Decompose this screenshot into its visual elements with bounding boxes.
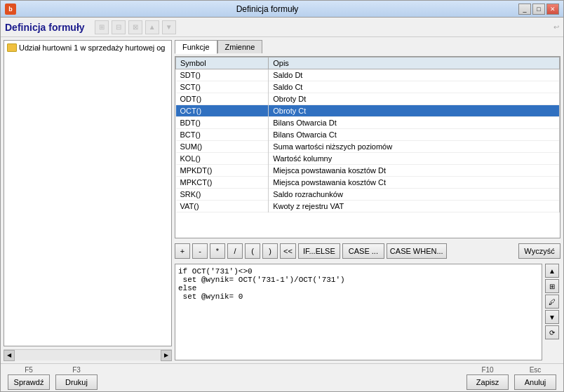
table-row[interactable]: ODT()Obroty Dt xyxy=(176,93,560,105)
formula-area: if OCT('731')<>0 set @wynik= OCT('731-1'… xyxy=(175,264,560,360)
scroll-track-left[interactable] xyxy=(15,350,161,360)
functions-table-container[interactable]: Symbol Opis SDT()Saldo DtSCT()Saldo CtOD… xyxy=(175,56,560,238)
cancel-button[interactable]: Anuluj xyxy=(514,374,556,390)
op-paren-close[interactable]: ) xyxy=(262,243,278,259)
right-panel: Funkcje Zmienne Symbol Opis SDT()Saldo D… xyxy=(175,40,560,360)
save-key: F10 xyxy=(481,366,493,374)
table-row[interactable]: BCT()Bilans Otwarcia Ct xyxy=(176,129,560,141)
cell-symbol: SRK() xyxy=(176,189,269,201)
check-button[interactable]: Sprawdź xyxy=(8,374,50,390)
main-window: b Definicja formuły _ □ ✕ Definicja form… xyxy=(0,0,564,392)
toolbar-hint: ↩ xyxy=(553,23,559,31)
cell-symbol: OCT() xyxy=(176,105,269,117)
cell-opis: Miejsca powstawania kosztów Ct xyxy=(269,177,560,189)
toolbar-btn-copy2[interactable]: ⊟ xyxy=(112,20,126,34)
op-multiply[interactable]: * xyxy=(210,243,225,259)
table-row[interactable]: KOL()Wartość kolumny xyxy=(176,153,560,165)
maximize-button[interactable]: □ xyxy=(532,4,545,15)
toolbar-title: Definicja formuły xyxy=(5,22,85,33)
table-row[interactable]: BDT()Bilans Otwarcia Dt xyxy=(176,117,560,129)
formula-side-paint[interactable]: 🖊 xyxy=(545,295,559,309)
cell-symbol: SDT() xyxy=(176,69,269,81)
cell-symbol: MPKDT() xyxy=(176,165,269,177)
col-header-opis: Opis xyxy=(269,58,560,69)
cell-opis: Bilans Otwarcia Dt xyxy=(269,117,560,129)
table-row[interactable]: MPKDT()Miejsca powstawania kosztów Dt xyxy=(176,165,560,177)
cell-opis: Miejsca powstawania kosztów Dt xyxy=(269,165,560,177)
cell-symbol: ODT() xyxy=(176,93,269,105)
cell-symbol: MPKCT() xyxy=(176,177,269,189)
tree-item[interactable]: Udział hurtowni 1 w sprzedaży hurtowej o… xyxy=(6,42,170,53)
toolbar-btn-filter[interactable]: ▼ xyxy=(162,20,176,34)
table-row[interactable]: SRK()Saldo rozrachunków xyxy=(176,189,560,201)
formula-side-up[interactable]: ▲ xyxy=(545,264,559,278)
cell-opis: Obroty Dt xyxy=(269,93,560,105)
horiz-scrollbar-left[interactable]: ◀ ▶ xyxy=(4,349,172,360)
minimize-button[interactable]: _ xyxy=(518,4,531,15)
op-if-else[interactable]: IF...ELSE xyxy=(298,243,340,259)
scroll-right-arrow[interactable]: ▶ xyxy=(161,350,172,361)
bottom-left: F5 Sprawdź F3 Drukuj xyxy=(8,366,98,390)
tab-functions[interactable]: Funkcje xyxy=(175,40,217,54)
col-header-symbol: Symbol xyxy=(176,58,269,69)
table-row[interactable]: MPKCT()Miejsca powstawania kosztów Ct xyxy=(176,177,560,189)
formula-side-refresh[interactable]: ⟳ xyxy=(545,325,559,339)
functions-table: Symbol Opis SDT()Saldo DtSCT()Saldo CtOD… xyxy=(175,57,560,212)
op-plus[interactable]: + xyxy=(175,243,190,259)
op-insert[interactable]: << xyxy=(280,243,296,259)
folder-icon xyxy=(7,43,17,52)
cell-opis: Obroty Ct xyxy=(269,105,560,117)
formula-side-down[interactable]: ▼ xyxy=(545,310,559,324)
check-key: F5 xyxy=(25,366,33,374)
cell-opis: Bilans Otwarcia Ct xyxy=(269,129,560,141)
op-case-when[interactable]: CASE WHEN... xyxy=(387,243,447,259)
cell-opis: Wartość kolumny xyxy=(269,153,560,165)
cell-opis: Saldo rozrachunków xyxy=(269,189,560,201)
print-button[interactable]: Drukuj xyxy=(55,374,98,390)
close-button[interactable]: ✕ xyxy=(546,4,559,15)
table-row[interactable]: VAT()Kwoty z rejestru VAT xyxy=(176,201,560,212)
toolbar-btn-copy3[interactable]: ⊠ xyxy=(128,20,142,34)
toolbar-btn-copy1[interactable]: ⊞ xyxy=(95,20,109,34)
op-case[interactable]: CASE ... xyxy=(342,243,384,259)
toolbar: Definicja formuły ⊞ ⊟ ⊠ ▲ ▼ ↩ xyxy=(1,18,563,37)
app-icon: b xyxy=(5,4,16,15)
cell-opis: Saldo Ct xyxy=(269,81,560,93)
formula-side-grid[interactable]: ⊞ xyxy=(545,279,559,293)
table-row[interactable]: SCT()Saldo Ct xyxy=(176,81,560,93)
main-content: Udział hurtowni 1 w sprzedaży hurtowej o… xyxy=(1,37,563,363)
scroll-left-arrow[interactable]: ◀ xyxy=(4,350,15,361)
table-row[interactable]: SUM()Suma wartości niższych poziomów xyxy=(176,141,560,153)
print-key: F3 xyxy=(72,366,81,374)
tab-variables[interactable]: Zmienne xyxy=(217,40,263,53)
formula-sidebar: ▲ ⊞ 🖊 ▼ ⟳ xyxy=(545,264,560,360)
check-btn-group: F5 Sprawdź xyxy=(8,366,50,390)
tree-item-label: Udział hurtowni 1 w sprzedaży hurtowej o… xyxy=(19,43,166,52)
window-title: Definicja formuły xyxy=(16,4,518,14)
table-row[interactable]: SDT()Saldo Dt xyxy=(176,69,560,81)
cell-opis: Saldo Dt xyxy=(269,69,560,81)
toolbar-btn-lock[interactable]: ▲ xyxy=(145,20,159,34)
cell-opis: Kwoty z rejestru VAT xyxy=(269,201,560,212)
operator-bar: + - * / ( ) << IF...ELSE CASE ... CASE W… xyxy=(175,241,560,261)
save-btn-group: F10 Zapisz xyxy=(466,366,509,390)
op-minus[interactable]: - xyxy=(192,243,208,259)
window-controls: _ □ ✕ xyxy=(518,4,559,15)
op-divide[interactable]: / xyxy=(227,243,243,259)
formula-editor[interactable]: if OCT('731')<>0 set @wynik= OCT('731-1'… xyxy=(175,264,542,360)
cell-symbol: SCT() xyxy=(176,81,269,93)
tree-area[interactable]: Udział hurtowni 1 w sprzedaży hurtowej o… xyxy=(4,40,172,346)
cancel-btn-group: Esc Anuluj xyxy=(514,366,556,390)
print-btn-group: F3 Drukuj xyxy=(55,366,98,390)
cell-symbol: BCT() xyxy=(176,129,269,141)
title-bar: b Definicja formuły _ □ ✕ xyxy=(1,1,563,18)
cell-opis: Suma wartości niższych poziomów xyxy=(269,141,560,153)
bottom-bar: F5 Sprawdź F3 Drukuj F10 Zapisz Esc Anul… xyxy=(1,363,563,391)
op-paren-open[interactable]: ( xyxy=(245,243,260,259)
cell-symbol: VAT() xyxy=(176,201,269,212)
save-button[interactable]: Zapisz xyxy=(466,374,509,390)
table-row[interactable]: OCT()Obroty Ct xyxy=(176,105,560,117)
tabs-area: Funkcje Zmienne xyxy=(175,40,560,53)
op-clear[interactable]: Wyczyść xyxy=(518,243,560,259)
left-panel: Udział hurtowni 1 w sprzedaży hurtowej o… xyxy=(4,40,172,360)
